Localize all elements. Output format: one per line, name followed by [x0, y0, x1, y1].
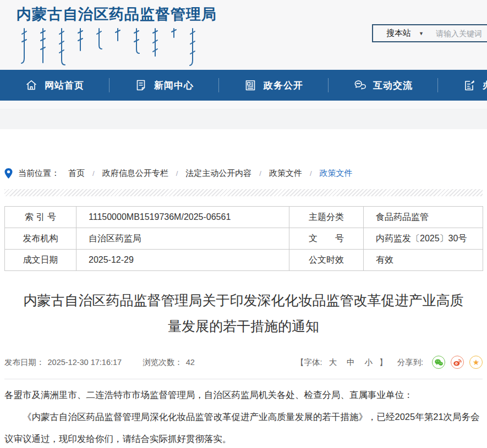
home-icon	[25, 79, 38, 92]
nav-item-home[interactable]: 网站首页	[0, 70, 109, 101]
views-label: 浏览次数：	[143, 357, 183, 368]
site-search: 搜本站 ▼	[372, 24, 487, 42]
topic-category-value: 食品药品监管	[364, 207, 483, 228]
search-scope-select[interactable]: 搜本站	[386, 28, 411, 38]
publish-date-value: 2025-12-30 17:16:17	[48, 358, 122, 367]
table-row: 成文日期 2025-12-29 公文时效 有效	[5, 250, 483, 271]
document-info-table: 索 引 号 11150000MB1519736M/2025-06561 主题分类…	[4, 206, 483, 271]
nav-item-news[interactable]: 新闻中心	[110, 70, 218, 101]
font-size-small-button[interactable]: 小	[364, 357, 373, 368]
doc-number-value: 内药监发〔2025〕30号	[364, 228, 483, 250]
issue-date-label: 成文日期	[5, 250, 76, 271]
font-size-bracket-open: 【字体:	[296, 357, 322, 368]
newspaper-icon	[244, 79, 257, 92]
search-input[interactable]	[436, 29, 487, 38]
breadcrumb-separator: /	[259, 169, 261, 178]
article-meta-bar: 发布日期： 2025-12-30 17:16:17 浏览次数： 42 【字体: …	[4, 356, 483, 369]
index-number-label: 索 引 号	[5, 207, 76, 228]
breadcrumb-separator: /	[310, 169, 312, 178]
spacer	[0, 129, 487, 161]
share-label: 分享到:	[397, 357, 423, 368]
page-title: 内蒙古自治区药品监督管理局关于印发深化化妆品监管改革促进产业高质量发展的若干措施…	[24, 287, 464, 339]
site-header: 内蒙古自治区药品监督管理局 搜本站 ▼	[0, 0, 487, 70]
article-meta-left: 发布日期： 2025-12-30 17:16:17 浏览次数： 42	[4, 357, 195, 368]
chat-bubbles-icon	[353, 79, 366, 92]
views-count: 42	[186, 358, 195, 367]
nav-item-label: 政务公开	[264, 79, 303, 92]
font-size-bracket-close: 】	[379, 357, 387, 368]
breadcrumb-prefix: 当前位置：	[18, 168, 59, 179]
validity-value: 有效	[364, 250, 483, 271]
nav-item-gov-affairs[interactable]: 政务公开	[219, 70, 328, 101]
issuing-agency-label: 发布机构	[5, 228, 76, 250]
body-paragraph: 各盟市及满洲里市、二连浩特市市场监督管理局，自治区药监局机关各处、检查分局、直属…	[4, 384, 483, 406]
nav-item-label: 互动交流	[373, 79, 413, 92]
body-paragraph: 《内蒙古自治区药品监督管理局深化化妆品监管改革促进产业高质量发展的若干措施》，已…	[4, 406, 483, 448]
table-row: 索 引 号 11150000MB1519736M/2025-06561 主题分类…	[5, 207, 483, 228]
breadcrumb-item-policy-docs[interactable]: 政策文件	[269, 168, 302, 179]
content-divider	[4, 379, 483, 379]
main-nav: 网站首页 新闻中心 政务公开 互动交流 办事服务	[0, 70, 487, 101]
nav-item-label: 新闻中心	[154, 79, 194, 92]
wechat-share-icon[interactable]	[432, 356, 445, 369]
header-sub-band	[0, 101, 487, 109]
font-size-large-button[interactable]: 大	[329, 357, 337, 368]
breadcrumb-item-statutory-disclosure[interactable]: 法定主动公开内容	[185, 168, 251, 179]
publish-date-label: 发布日期：	[4, 357, 45, 368]
site-title: 内蒙古自治区药品监督管理局	[17, 4, 217, 24]
nav-item-interaction[interactable]: 互动交流	[329, 70, 437, 101]
chevron-down-icon[interactable]: ▼	[419, 31, 424, 36]
table-row: 发布机构 自治区药监局 文 号 内药监发〔2025〕30号	[5, 228, 483, 250]
header-gray-band	[0, 109, 487, 129]
breadcrumb: 当前位置： 首页 / 政府信息公开专栏 / 法定主动公开内容 / 政策文件 / …	[4, 161, 483, 186]
breadcrumb-separator: /	[92, 169, 95, 178]
topic-category-label: 主题分类	[289, 207, 364, 228]
nav-item-services[interactable]: 办事服务	[438, 70, 487, 101]
site-logo[interactable]: 内蒙古自治区药品监督管理局	[17, 4, 217, 67]
nav-item-label: 办事服务	[483, 79, 487, 92]
article-body: 各盟市及满洲里市、二连浩特市市场监督管理局，自治区药监局机关各处、检查分局、直属…	[4, 384, 483, 448]
qzone-share-icon[interactable]: ★	[469, 356, 483, 369]
breadcrumb-item-info-disclosure[interactable]: 政府信息公开专栏	[102, 168, 168, 179]
breadcrumb-separator: /	[176, 169, 178, 178]
issuing-agency-value: 自治区药监局	[76, 228, 289, 250]
mongolian-script-logo	[20, 27, 212, 67]
hatched-divider	[4, 189, 483, 196]
issue-date-value: 2025-12-29	[76, 250, 289, 271]
breadcrumb-item-home[interactable]: 首页	[68, 168, 85, 179]
doc-number-label: 文 号	[289, 228, 364, 250]
index-number-value: 11150000MB1519736M/2025-06561	[76, 207, 289, 228]
article-meta-right: 【字体: 大 中 小 】 分享到: ★	[296, 356, 483, 369]
form-pen-icon	[463, 79, 476, 92]
location-pin-icon	[4, 168, 13, 179]
validity-label: 公文时效	[289, 250, 364, 271]
nav-item-label: 网站首页	[45, 79, 84, 92]
news-doc-icon	[134, 79, 147, 92]
font-size-medium-button[interactable]: 中	[347, 357, 355, 368]
breadcrumb-item-current[interactable]: 政策文件	[320, 168, 353, 179]
weibo-share-icon[interactable]	[451, 356, 464, 369]
